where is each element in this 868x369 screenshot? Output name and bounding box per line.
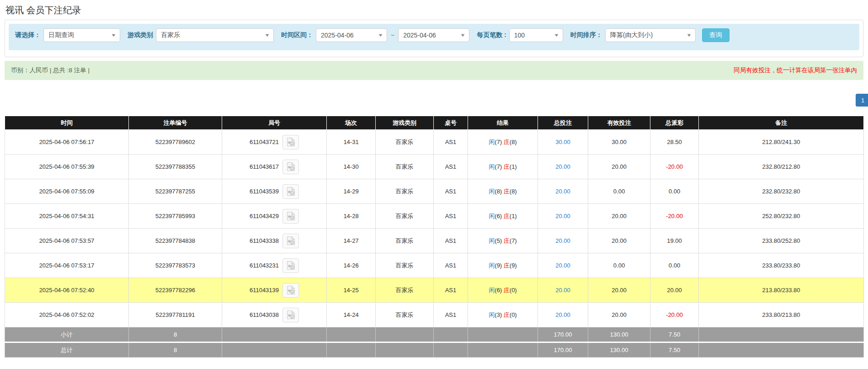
- empty-cell: [699, 342, 864, 358]
- table-header-row: 时间注单编号局号场次游戏类别桌号结果总投注有效投注总派彩备注: [5, 116, 864, 130]
- bet-id-cell: 522397781191: [129, 303, 222, 327]
- session-cell: 14-29: [327, 179, 376, 204]
- round-cell: 611043038: [222, 303, 327, 327]
- table-id-cell: AS1: [434, 155, 468, 179]
- payout-cell: 0.00: [650, 179, 699, 204]
- video-replay-button[interactable]: [282, 308, 299, 322]
- remark-cell: 233.80/213.80: [699, 303, 864, 327]
- total-bet-cell: 20.00: [538, 229, 588, 253]
- date-to-select[interactable]: 2025-04-06 ▼: [398, 28, 469, 42]
- session-cell: 14-30: [327, 155, 376, 179]
- sort-order-select[interactable]: 降冪(由大到小) ▼: [605, 28, 696, 42]
- result-cell: 闲(6) 庄(1): [468, 204, 538, 229]
- column-header: 总投注: [538, 116, 588, 130]
- session-cell: 14-28: [327, 204, 376, 229]
- game-type-value: 百家乐: [161, 31, 180, 39]
- summary-payout-cell: 7.50: [650, 327, 699, 342]
- total-bet-link[interactable]: 20.00: [555, 262, 570, 269]
- round-cell: 611043338: [222, 229, 327, 253]
- valid-bet-cell: 20.00: [588, 229, 650, 253]
- query-button[interactable]: 查询: [702, 28, 730, 42]
- banker-result-label: 庄: [504, 139, 510, 145]
- video-file-icon: [287, 261, 295, 270]
- banker-result-label: 庄: [504, 287, 510, 294]
- time-cell: 2025-04-06 07:55:39: [5, 155, 129, 179]
- payout-cell: 19.00: [650, 229, 699, 253]
- page-size-select[interactable]: 100 ▼: [509, 28, 563, 42]
- time-range-label: 时间区间：: [281, 31, 313, 39]
- player-result-score: (7): [495, 139, 502, 145]
- round-id: 611043038: [250, 311, 279, 318]
- summary-label-cell: 小计: [5, 327, 129, 342]
- remark-cell: 232.80/232.80: [699, 179, 864, 204]
- empty-cell: [434, 327, 468, 342]
- column-header: 备注: [699, 116, 864, 130]
- time-cell: 2025-04-06 07:55:09: [5, 179, 129, 204]
- game-type-select[interactable]: 百家乐 ▼: [156, 28, 274, 42]
- video-file-icon: [287, 285, 295, 295]
- player-result-label: 闲: [489, 237, 495, 244]
- round-cell: 611043429: [222, 204, 327, 229]
- total-bet-link[interactable]: 20.00: [555, 311, 570, 318]
- valid-bet-cell: 20.00: [588, 155, 650, 179]
- payout-cell: -20.00: [650, 303, 699, 327]
- column-header: 场次: [327, 116, 376, 130]
- game-type-cell: 百家乐: [376, 179, 434, 204]
- session-cell: 14-31: [327, 130, 376, 155]
- banker-result-label: 庄: [504, 311, 510, 318]
- page-1-button[interactable]: 1: [856, 94, 868, 107]
- summary-count-cell: 8: [129, 327, 222, 342]
- banker-result-label: 庄: [504, 188, 510, 195]
- pagination: 1: [0, 94, 868, 107]
- video-replay-button[interactable]: [282, 209, 299, 224]
- player-result-score: (3): [495, 311, 502, 318]
- video-replay-button[interactable]: [282, 234, 299, 248]
- time-cell: 2025-04-06 07:52:02: [5, 303, 129, 327]
- player-result-label: 闲: [489, 139, 495, 145]
- query-type-select[interactable]: 日期查询 ▼: [43, 28, 120, 42]
- table-id-cell: AS1: [434, 130, 468, 155]
- table-row: 2025-04-06 07:55:09 522397787255 6110435…: [5, 179, 864, 204]
- video-file-icon: [287, 236, 295, 246]
- result-cell: 闲(8) 庄(8): [468, 179, 538, 204]
- table-id-cell: AS1: [434, 179, 468, 204]
- video-replay-button[interactable]: [282, 184, 299, 199]
- bet-records-table: 时间注单编号局号场次游戏类别桌号结果总投注有效投注总派彩备注 2025-04-0…: [5, 116, 864, 358]
- chevron-down-icon: ▼: [460, 33, 465, 37]
- valid-bet-cell: 20.00: [588, 204, 650, 229]
- total-bet-link[interactable]: 20.00: [555, 188, 570, 195]
- date-from-select[interactable]: 2025-04-06 ▼: [316, 28, 387, 42]
- valid-bet-cell: 20.00: [588, 303, 650, 327]
- video-replay-button[interactable]: [282, 135, 299, 150]
- total-bet-link[interactable]: 20.00: [555, 237, 570, 244]
- bet-id-cell: 522397787255: [129, 179, 222, 204]
- banker-result-score: (1): [510, 213, 517, 219]
- chevron-down-icon: ▼: [686, 33, 692, 37]
- video-replay-button[interactable]: [282, 283, 299, 298]
- video-replay-button[interactable]: [282, 258, 299, 273]
- player-result-score: (6): [495, 287, 502, 294]
- game-type-label: 游戏类别: [128, 31, 153, 39]
- table-row: 2025-04-06 07:53:57 522397784838 6110433…: [5, 229, 864, 253]
- summary-label-cell: 总计: [5, 342, 129, 358]
- video-replay-button[interactable]: [282, 160, 299, 174]
- session-cell: 14-25: [327, 278, 376, 303]
- total-bet-link[interactable]: 20.00: [555, 163, 570, 170]
- table-row: 2025-04-06 07:54:31 522397785993 6110434…: [5, 204, 864, 229]
- chevron-down-icon: ▼: [264, 33, 270, 37]
- remark-cell: 233.80/233.80: [699, 253, 864, 278]
- table-id-cell: AS1: [434, 303, 468, 327]
- total-bet-link[interactable]: 20.00: [555, 213, 570, 219]
- summary-bar: 币别：人民币 | 总共 :8 注单 | 同局有效投注，统一计算在该局第一张注单内: [5, 61, 863, 80]
- empty-cell: [434, 342, 468, 358]
- total-bet-link[interactable]: 20.00: [555, 287, 570, 294]
- table-id-cell: AS1: [434, 229, 468, 253]
- column-header: 桌号: [434, 116, 468, 130]
- column-header: 游戏类别: [376, 116, 434, 130]
- total-bet-link[interactable]: 30.00: [555, 139, 570, 145]
- round-id: 611043429: [250, 213, 279, 219]
- bet-id-cell: 522397783573: [129, 253, 222, 278]
- bet-id-cell: 522397789602: [129, 130, 222, 155]
- table-row: 2025-04-06 07:52:40 522397782296 6110431…: [5, 278, 864, 303]
- table-footer: 小计 8 170.00 130.00 7.50 总计 8 170.00 130.…: [5, 327, 864, 358]
